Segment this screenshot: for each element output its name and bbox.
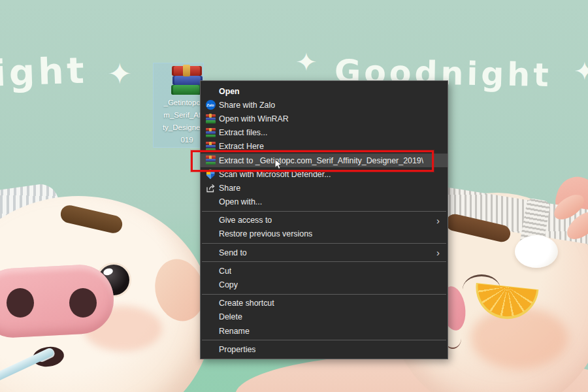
menu-item-rename[interactable]: Rename [201, 324, 448, 338]
menu-item-properties[interactable]: Properties [201, 342, 448, 356]
winrar-clasp [183, 65, 190, 76]
mouse-cursor [274, 159, 284, 173]
menu-item-give-access-to[interactable]: Give access to › [201, 214, 448, 227]
menu-separator [202, 294, 446, 295]
sparkle-icon: ✦ [295, 47, 318, 77]
left-pig-nostril [69, 288, 97, 318]
menu-item-open-with[interactable]: Open with... [201, 195, 448, 209]
context-menu: Open Zalo Share with Zalo Open with WinR… [200, 80, 448, 359]
menu-separator [202, 211, 446, 212]
submenu-arrow-icon: › [431, 248, 440, 257]
annotation-red-box [191, 150, 434, 172]
submenu-arrow-icon: › [431, 216, 440, 225]
winrar-icon [206, 128, 216, 138]
menu-separator [202, 340, 446, 340]
menu-separator [202, 261, 446, 262]
menu-item-restore-previous-versions[interactable]: Restore previous versions [201, 227, 448, 241]
menu-item-create-shortcut[interactable]: Create shortcut [201, 297, 448, 310]
winrar-icon [206, 114, 216, 123]
menu-item-copy[interactable]: Copy [201, 278, 448, 291]
menu-item-send-to[interactable]: Send to › [201, 246, 448, 259]
desktop-screen: ight ✦ ✦ Goodnight ✦ [0, 0, 588, 392]
menu-item-share-with-zalo[interactable]: Zalo Share with Zalo [201, 98, 448, 112]
menu-item-open[interactable]: Open [201, 84, 448, 98]
menu-item-delete[interactable]: Delete [201, 310, 448, 324]
menu-item-open-with-winrar[interactable]: Open with WinRAR [201, 112, 448, 125]
share-icon [205, 183, 216, 193]
zalo-icon: Zalo [206, 100, 216, 110]
sparkle-icon: ✦ [574, 56, 588, 86]
menu-item-cut[interactable]: Cut [201, 264, 448, 278]
menu-item-share[interactable]: Share [201, 181, 448, 195]
wallpaper-text-left: ight [0, 50, 88, 95]
left-pig-nostril [7, 288, 34, 318]
menu-separator [202, 243, 446, 244]
sparkle-icon: ✦ [107, 56, 133, 91]
menu-item-extract-files[interactable]: Extract files... [201, 126, 448, 140]
winrar-book-green [171, 85, 201, 95]
winrar-book-blue [172, 76, 203, 85]
winrar-archive-icon[interactable] [171, 65, 203, 96]
right-pig-cotton-puff [515, 235, 558, 268]
